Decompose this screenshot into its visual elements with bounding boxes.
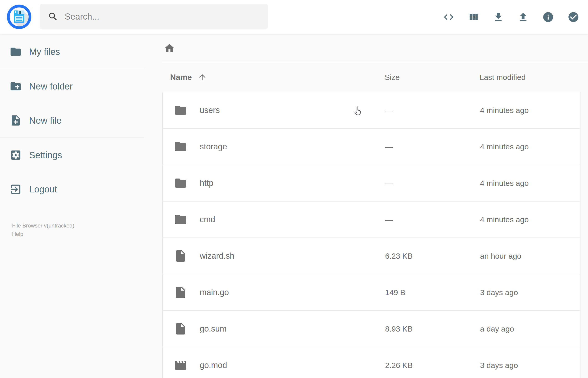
home-icon	[163, 42, 175, 54]
file-modified: a day ago	[480, 324, 514, 333]
file-modified: 4 minutes ago	[480, 142, 529, 151]
file-modified: 3 days ago	[480, 288, 518, 297]
file-name: cmd	[200, 215, 215, 224]
home-button[interactable]	[163, 42, 175, 54]
app-logo[interactable]	[7, 5, 31, 29]
sidebar-item-new-file[interactable]: New file	[0, 103, 162, 137]
movie-icon	[174, 358, 187, 372]
breadcrumb	[162, 35, 588, 62]
search-bar	[40, 4, 268, 29]
info-icon	[542, 11, 554, 23]
new-file-icon	[10, 114, 22, 127]
sidebar-item-label: New file	[29, 115, 62, 126]
raw-code-button[interactable]	[443, 11, 454, 23]
search-input[interactable]	[65, 4, 268, 29]
file-row[interactable]: go.mod 2.26 KB 3 days ago	[162, 347, 580, 378]
view-toggle-button[interactable]	[468, 11, 479, 23]
file-name: go.mod	[200, 361, 227, 370]
folder-icon	[174, 103, 187, 117]
file-name: users	[200, 106, 220, 115]
file-modified: 3 days ago	[480, 361, 518, 370]
folder-icon	[174, 140, 187, 153]
file-icon	[174, 322, 187, 336]
upload-button[interactable]	[517, 11, 529, 23]
file-name: http	[200, 178, 214, 188]
search-icon	[48, 11, 58, 22]
column-name-label: Name	[170, 73, 192, 82]
file-row[interactable]: go.sum 8.93 KB a day ago	[162, 310, 580, 347]
sort-by-modified-header[interactable]: Last modified	[480, 73, 526, 82]
file-size: —	[385, 215, 393, 224]
file-size: 6.23 KB	[385, 252, 413, 260]
help-link[interactable]: Help	[12, 230, 74, 238]
sort-by-size-header[interactable]: Size	[385, 73, 400, 82]
file-size: —	[385, 179, 393, 188]
sidebar-item-my-files[interactable]: My files	[0, 35, 162, 69]
select-multiple-button[interactable]	[567, 11, 579, 23]
file-icon	[174, 249, 187, 263]
file-row[interactable]: users — 4 minutes ago	[162, 92, 580, 129]
sidebar-item-label: New folder	[29, 81, 73, 92]
upload-icon	[517, 11, 529, 23]
file-icon	[174, 285, 187, 299]
logout-icon	[10, 183, 22, 195]
file-row[interactable]: wizard.sh 6.23 KB an hour ago	[162, 238, 580, 274]
file-row[interactable]: storage — 4 minutes ago	[162, 128, 580, 165]
sidebar-item-label: Logout	[29, 184, 57, 194]
sidebar-item-logout[interactable]: Logout	[0, 172, 162, 206]
file-size: 149 B	[385, 288, 405, 297]
new-folder-icon	[10, 80, 22, 93]
download-icon	[493, 11, 504, 23]
top-bar	[0, 0, 588, 34]
sidebar-item-new-folder[interactable]: New folder	[0, 69, 162, 103]
file-size: 2.26 KB	[385, 361, 413, 370]
file-size: —	[385, 106, 393, 115]
file-size: —	[385, 142, 393, 151]
view-module-icon	[468, 11, 479, 23]
sidebar-item-label: My files	[29, 47, 60, 57]
folder-icon	[174, 213, 187, 226]
file-name: main.go	[200, 288, 229, 297]
toolbar	[443, 0, 579, 34]
sort-by-name-header[interactable]: Name	[170, 73, 207, 82]
app-version: File Browser v(untracked)	[12, 221, 74, 230]
file-row[interactable]: cmd — 4 minutes ago	[162, 201, 580, 238]
floppy-disk-logo-icon	[7, 5, 31, 29]
info-button[interactable]	[542, 11, 554, 23]
folder-icon	[174, 176, 187, 190]
sidebar-item-settings[interactable]: Settings	[0, 138, 162, 172]
check-circle-icon	[567, 11, 579, 23]
file-modified: an hour ago	[480, 252, 521, 260]
file-name: go.sum	[200, 324, 227, 334]
arrow-up-icon	[198, 73, 207, 82]
file-name: wizard.sh	[200, 251, 234, 261]
file-size: 8.93 KB	[385, 324, 413, 333]
code-icon	[443, 11, 454, 23]
settings-icon	[10, 149, 22, 161]
file-list: users — 4 minutes ago storage — 4 minute…	[162, 92, 580, 378]
file-name: storage	[200, 142, 227, 151]
file-modified: 4 minutes ago	[480, 179, 529, 188]
file-listing: Name Size Last modified users — 4 minute…	[162, 35, 588, 378]
folder-icon	[10, 46, 22, 58]
download-button[interactable]	[493, 11, 504, 23]
file-row[interactable]: http — 4 minutes ago	[162, 165, 580, 202]
listing-header: Name Size Last modified	[162, 62, 588, 92]
sidebar: My files New folder New file Settings Lo…	[0, 35, 162, 378]
file-row[interactable]: main.go 149 B 3 days ago	[162, 274, 580, 311]
file-modified: 4 minutes ago	[480, 106, 529, 115]
sidebar-footer: File Browser v(untracked) Help	[12, 221, 74, 238]
sidebar-item-label: Settings	[29, 150, 62, 160]
file-modified: 4 minutes ago	[480, 215, 529, 224]
